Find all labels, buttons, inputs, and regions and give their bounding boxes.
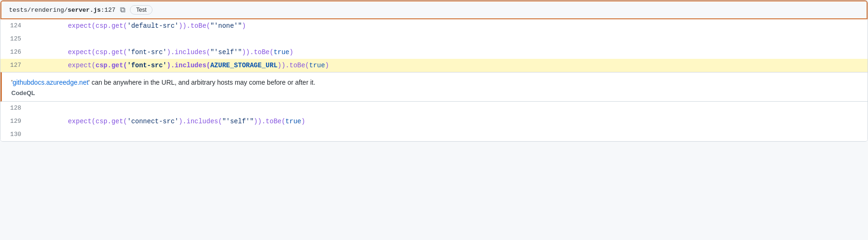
line-content-126: expect(csp.get('font-src').includes("'se… xyxy=(29,46,293,59)
file-path: tests/rendering/server.js:127 xyxy=(9,7,115,14)
file-name: server.js xyxy=(68,7,101,14)
annotation-label: CodeQL xyxy=(11,89,860,96)
line-number-126: 126 xyxy=(0,46,29,59)
annotation-link[interactable]: githubdocs.azureedge.net xyxy=(13,79,88,86)
code-line-129: 129 expect(csp.get('connect-src').includ… xyxy=(0,115,868,128)
file-header: tests/rendering/server.js:127 ⧉ Test xyxy=(0,0,868,19)
line-content-125 xyxy=(29,32,40,46)
code-line-124: 124 expect(csp.get('default-src')).toBe(… xyxy=(0,19,868,32)
annotation-text: 'githubdocs.azureedge.net' can be anywhe… xyxy=(11,77,860,88)
code-line-125: 125 xyxy=(0,32,868,46)
line-number-130: 130 xyxy=(0,128,29,141)
test-button[interactable]: Test xyxy=(130,5,153,15)
line-content-129: expect(csp.get('connect-src').includes("… xyxy=(29,115,305,128)
line-number-124: 124 xyxy=(0,19,29,32)
code-line-128: 128 xyxy=(0,102,868,115)
line-content-127: expect(csp.get('font-src').includes(AZUR… xyxy=(29,59,329,72)
line-number-129: 129 xyxy=(0,115,29,128)
line-content-128 xyxy=(29,102,40,115)
line-content-124: expect(csp.get('default-src')).toBe("'no… xyxy=(29,19,246,32)
line-ref: 127 xyxy=(104,7,115,14)
code-line-126: 126 expect(csp.get('font-src').includes(… xyxy=(0,46,868,59)
code-body-after: 128 129 expect(csp.get('connect-src').in… xyxy=(0,102,868,141)
code-container: tests/rendering/server.js:127 ⧉ Test 124… xyxy=(0,0,868,142)
line-content-130 xyxy=(29,128,40,141)
code-line-130: 130 xyxy=(0,128,868,141)
code-line-127: 127 expect(csp.get('font-src').includes(… xyxy=(0,59,868,72)
line-number-128: 128 xyxy=(0,102,29,115)
annotation-block: 'githubdocs.azureedge.net' can be anywhe… xyxy=(0,72,868,102)
line-number-127: 127 xyxy=(0,59,29,72)
line-number-125: 125 xyxy=(0,32,29,46)
copy-icon[interactable]: ⧉ xyxy=(120,6,125,15)
code-body: 124 expect(csp.get('default-src')).toBe(… xyxy=(0,19,868,72)
